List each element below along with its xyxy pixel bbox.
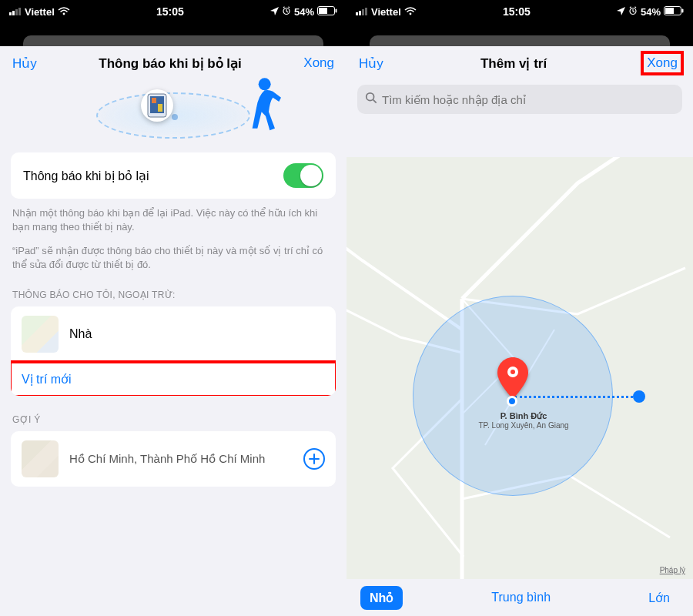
radius-line bbox=[514, 396, 638, 398]
svg-rect-2 bbox=[15, 9, 18, 15]
radius-option-large[interactable]: Lớn bbox=[639, 586, 679, 610]
place-sub: TP. Long Xuyên, An Giang bbox=[462, 421, 585, 430]
notify-toggle-card: Thông báo khi bị bỏ lại bbox=[11, 152, 336, 199]
svg-rect-21 bbox=[665, 8, 674, 14]
wifi-icon bbox=[58, 6, 70, 18]
cancel-button[interactable]: Hủy bbox=[359, 55, 383, 72]
svg-rect-17 bbox=[365, 8, 367, 15]
svg-rect-11 bbox=[152, 98, 156, 103]
place-name: P. Bình Đức bbox=[462, 411, 585, 421]
notify-toggle[interactable] bbox=[283, 163, 323, 188]
signal-icon bbox=[356, 6, 368, 18]
search-bar bbox=[357, 85, 682, 114]
status-bar: Viettel 15:05 54% bbox=[0, 0, 346, 23]
battery-icon bbox=[664, 6, 684, 18]
page-title: Thông báo khi bị bỏ lại bbox=[99, 55, 242, 72]
device-icon bbox=[141, 89, 173, 122]
svg-rect-1 bbox=[12, 11, 15, 15]
place-label: P. Bình Đức TP. Long Xuyên, An Giang bbox=[462, 411, 585, 430]
map-view[interactable]: P. Bình Đức TP. Long Xuyên, An Giang Phá… bbox=[346, 157, 693, 579]
map-thumbnail-icon bbox=[22, 316, 59, 353]
svg-rect-3 bbox=[18, 8, 21, 15]
leave-behind-illustration bbox=[0, 85, 346, 146]
battery-percent-label: 54% bbox=[641, 6, 661, 18]
location-row-home[interactable]: Nhà bbox=[11, 306, 336, 362]
svg-point-23 bbox=[367, 93, 374, 101]
map-thumbnail-icon bbox=[22, 440, 59, 477]
phone-right: Viettel 15:05 54% H bbox=[346, 0, 693, 616]
phone-left: Viettel 15:05 54% H bbox=[0, 0, 346, 616]
nav-bar: Hủy Thêm vị trí Xong bbox=[346, 46, 693, 80]
location-icon bbox=[617, 6, 625, 18]
battery-percent-label: 54% bbox=[294, 6, 314, 18]
done-button[interactable]: Xong bbox=[303, 55, 334, 71]
except-header: THÔNG BÁO CHO TÔI, NGOẠI TRỪ: bbox=[0, 271, 346, 306]
walking-person-icon bbox=[242, 77, 283, 136]
location-home-label: Nhà bbox=[69, 327, 92, 341]
radius-option-small[interactable]: Nhỏ bbox=[360, 586, 403, 610]
svg-rect-14 bbox=[356, 12, 358, 15]
sheet-backdrop bbox=[0, 23, 346, 46]
battery-icon bbox=[317, 6, 337, 18]
legal-link[interactable]: Pháp lý bbox=[660, 566, 685, 574]
new-location-label: Vị trí mới bbox=[22, 372, 72, 387]
alarm-icon bbox=[282, 6, 291, 18]
search-input-wrapper[interactable] bbox=[357, 85, 682, 114]
svg-point-18 bbox=[409, 12, 411, 15]
svg-point-26 bbox=[511, 370, 515, 374]
notify-toggle-label: Thông báo khi bị bỏ lại bbox=[23, 169, 149, 183]
svg-rect-12 bbox=[158, 104, 162, 112]
status-bar: Viettel 15:05 54% bbox=[346, 0, 693, 23]
svg-point-13 bbox=[259, 78, 271, 90]
wifi-icon bbox=[404, 6, 417, 18]
carrier-label: Viettel bbox=[371, 6, 401, 18]
svg-rect-22 bbox=[682, 8, 684, 12]
alarm-icon bbox=[628, 6, 638, 18]
new-location-row[interactable]: Vị trí mới bbox=[11, 362, 336, 396]
search-input[interactable] bbox=[382, 93, 675, 106]
radius-handle[interactable] bbox=[633, 390, 645, 403]
description-2: “iPad” sẽ nhận được thông báo cho thiết … bbox=[0, 233, 346, 271]
add-location-sheet: Hủy Thêm vị trí Xong bbox=[346, 46, 693, 616]
except-locations-group: Nhà Vị trí mới bbox=[11, 306, 336, 396]
svg-rect-16 bbox=[362, 9, 364, 15]
location-icon bbox=[270, 6, 279, 18]
page-title: Thêm vị trí bbox=[480, 55, 547, 72]
signal-icon bbox=[9, 6, 22, 18]
svg-rect-0 bbox=[9, 12, 12, 15]
radius-segmented-control: Nhỏ Trung bình Lớn bbox=[346, 579, 693, 616]
clock-label: 15:05 bbox=[503, 5, 531, 18]
description-1: Nhận một thông báo khi bạn để lại iPad. … bbox=[0, 199, 346, 233]
add-suggestion-button[interactable] bbox=[303, 448, 325, 470]
svg-rect-8 bbox=[336, 8, 337, 12]
done-button[interactable]: Xong bbox=[641, 51, 684, 75]
carrier-label: Viettel bbox=[25, 6, 55, 18]
svg-rect-15 bbox=[359, 11, 361, 15]
clock-label: 15:05 bbox=[156, 5, 184, 18]
center-dot bbox=[507, 396, 517, 407]
radius-option-medium[interactable]: Trung bình bbox=[482, 586, 560, 609]
nav-bar: Hủy Thông báo khi bị bỏ lại Xong bbox=[0, 46, 346, 80]
svg-rect-7 bbox=[319, 8, 327, 14]
search-icon bbox=[365, 92, 377, 107]
sheet-backdrop bbox=[346, 23, 693, 46]
suggestion-row[interactable]: Hồ Chí Minh, Thành Phố Hồ Chí Minh bbox=[11, 431, 336, 487]
svg-point-4 bbox=[62, 12, 65, 15]
settings-sheet: Hủy Thông báo khi bị bỏ lại Xong Thô bbox=[0, 46, 346, 616]
suggestion-label: Hồ Chí Minh, Thành Phố Hồ Chí Minh bbox=[69, 452, 293, 466]
suggestions-header: GỢI Ý bbox=[0, 396, 346, 431]
cancel-button[interactable]: Hủy bbox=[12, 55, 37, 72]
